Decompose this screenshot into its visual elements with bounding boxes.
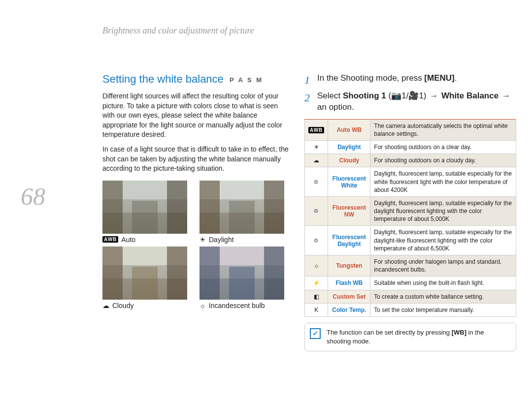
wb-row-description: Daylight, fluorescent lamp, suitable esp…: [370, 226, 516, 255]
wb-row-name: Auto WB: [328, 119, 370, 140]
step-1-suffix: .: [455, 73, 457, 83]
table-row: AWBAuto WBThe camera automatically selec…: [305, 119, 516, 140]
arrow-icon: →: [429, 91, 439, 102]
section-title-text: Setting the white balance: [102, 73, 224, 85]
mode-badges: P A S M: [230, 76, 263, 84]
step-2-paren-open: (: [386, 91, 391, 100]
thumb-cloudy: ☁ Cloudy: [102, 247, 193, 309]
thumb-label-daylight: ☀ Daylight: [200, 236, 290, 244]
awb-icon: AWB: [308, 127, 324, 133]
step-1-bold: [MENU]: [424, 73, 454, 83]
thumb-label-cloudy: ☁ Cloudy: [102, 302, 193, 309]
wb-row-icon: ⛭: [305, 167, 328, 197]
thumb-label-incandescent: ☼ Incandescent bulb: [200, 302, 290, 309]
table-row: ⛭Fluorescent NWDaylight, fluorescent lam…: [305, 196, 516, 226]
wb-row-description: For shooting outdoors on a cloudy day.: [370, 154, 516, 167]
cloud-icon: ☁: [102, 302, 109, 309]
breadcrumb: Brightness and color adjustment of pictu…: [102, 26, 254, 36]
wb-row-description: For shooting under halogen lamps and sta…: [370, 255, 516, 277]
thumb-image-auto: [102, 181, 187, 234]
step-2: 2 Select Shooting 1 (📷1/🎥1) → White Bala…: [304, 91, 516, 113]
wb-row-name: Fluorescent White: [328, 167, 370, 197]
thumb-image-daylight: [200, 181, 284, 234]
wb-row-name: Fluorescent NW: [328, 196, 370, 226]
table-row: ☀DaylightFor shooting outdoors on a clea…: [305, 140, 516, 154]
wb-row-description: Daylight, fluorescent lamp, suitable esp…: [370, 196, 516, 226]
thumb-incandescent: ☼ Incandescent bulb: [200, 247, 290, 309]
thumb-daylight: ☀ Daylight: [200, 181, 290, 244]
thumb-image-incandescent: [200, 247, 284, 300]
camera-icon: 📷1/🎥1: [391, 91, 424, 100]
wb-row-name: Fluorescent Daylight: [328, 226, 370, 255]
wb-row-description: To set the color temperature manually.: [370, 303, 516, 316]
step-2-number: 2: [304, 91, 312, 113]
step-1-text: In the Shooting mode, press [MENU].: [317, 73, 516, 88]
wb-row-description: To create a custom white ballance settin…: [370, 290, 516, 303]
thumb-label-daylight-text: Daylight: [209, 236, 234, 244]
thumb-label-cloudy-text: Cloudy: [112, 302, 134, 309]
step-2-suffix: an option.: [317, 102, 354, 112]
wb-row-icon: ☀: [305, 140, 328, 154]
content-area: Setting the white balance P A S M Differ…: [102, 73, 516, 351]
wb-row-description: The camera automatically selects the opt…: [370, 119, 516, 140]
wb-row-name: Tungsten: [328, 255, 370, 277]
steps-list: 1 In the Shooting mode, press [MENU]. 2 …: [304, 73, 516, 113]
section-title: Setting the white balance P A S M: [102, 73, 290, 86]
thumb-auto: AWB Auto: [102, 181, 193, 244]
intro-paragraph-1: Different light sources will affect the …: [102, 92, 290, 140]
wb-row-icon: AWB: [305, 119, 328, 140]
note-bold: [WB]: [452, 329, 466, 336]
step-2-prefix: Select: [317, 91, 343, 100]
white-balance-table: AWBAuto WBThe camera automatically selec…: [304, 119, 516, 317]
table-row: ☼TungstenFor shooting under halogen lamp…: [305, 255, 516, 277]
step-1-prefix: In the Shooting mode, press: [317, 73, 424, 83]
table-row: KColor Temp.To set the color temperature…: [305, 303, 516, 316]
left-column: Setting the white balance P A S M Differ…: [102, 73, 290, 351]
wb-row-icon: ☁: [305, 154, 328, 167]
step-2-bold2: White Balance: [439, 91, 501, 100]
wb-row-name: Cloudy: [328, 154, 370, 167]
wb-row-name: Daylight: [328, 140, 370, 154]
step-2-paren-close: ): [424, 91, 429, 100]
wb-row-icon: K: [305, 303, 328, 316]
table-row: ☁CloudyFor shooting outdoors on a cloudy…: [305, 154, 516, 167]
note-icon: ✓: [310, 328, 321, 339]
wb-row-icon: ⚡: [305, 277, 328, 290]
thumb-label-auto-text: Auto: [121, 236, 135, 244]
table-row: ⛭Fluorescent WhiteDaylight, fluorescent …: [305, 167, 516, 197]
awb-icon: AWB: [102, 236, 118, 243]
note-box: ✓ The function can be set directly by pr…: [304, 323, 516, 351]
wb-row-icon: ☼: [305, 255, 328, 277]
intro-paragraph-2: In case of a light source that is diffic…: [102, 145, 290, 174]
step-1-number: 1: [304, 73, 312, 88]
wb-row-icon: ⛭: [305, 226, 328, 255]
arrow-icon: →: [501, 91, 511, 102]
note-text-prefix: The function can be set directly by pres…: [327, 329, 452, 336]
right-column: 1 In the Shooting mode, press [MENU]. 2 …: [304, 73, 516, 351]
bulb-icon: ☼: [200, 302, 206, 309]
wb-row-description: Daylight, fluorescent lamp, suitable esp…: [370, 167, 516, 197]
wb-row-icon: ◧: [305, 290, 328, 303]
wb-row-icon: ⛭: [305, 196, 328, 226]
sun-icon: ☀: [200, 236, 206, 244]
page-number: 68: [21, 182, 45, 211]
step-2-bold1: Shooting 1: [343, 91, 386, 100]
table-row: ⚡Flash WBSuitable when using the built-i…: [305, 277, 516, 290]
thumb-image-cloudy: [102, 247, 187, 300]
table-row: ⛭Fluorescent DaylightDaylight, fluoresce…: [305, 226, 516, 255]
wb-row-name: Color Temp.: [328, 303, 370, 316]
wb-row-description: Suitable when using the built-in flash l…: [370, 277, 516, 290]
wb-row-name: Flash WB: [328, 277, 370, 290]
thumb-label-auto: AWB Auto: [102, 236, 193, 244]
wb-row-name: Custom Set: [328, 290, 370, 303]
table-row: ◧Custom SetTo create a custom white ball…: [305, 290, 516, 303]
thumb-label-incandescent-text: Incandescent bulb: [209, 302, 265, 309]
step-2-text: Select Shooting 1 (📷1/🎥1) → White Balanc…: [317, 91, 516, 113]
sample-thumbnails: AWB Auto ☀ Daylight ☁ Cloudy: [102, 181, 290, 309]
wb-row-description: For shooting outdoors on a clear day.: [370, 140, 516, 154]
step-1: 1 In the Shooting mode, press [MENU].: [304, 73, 516, 88]
